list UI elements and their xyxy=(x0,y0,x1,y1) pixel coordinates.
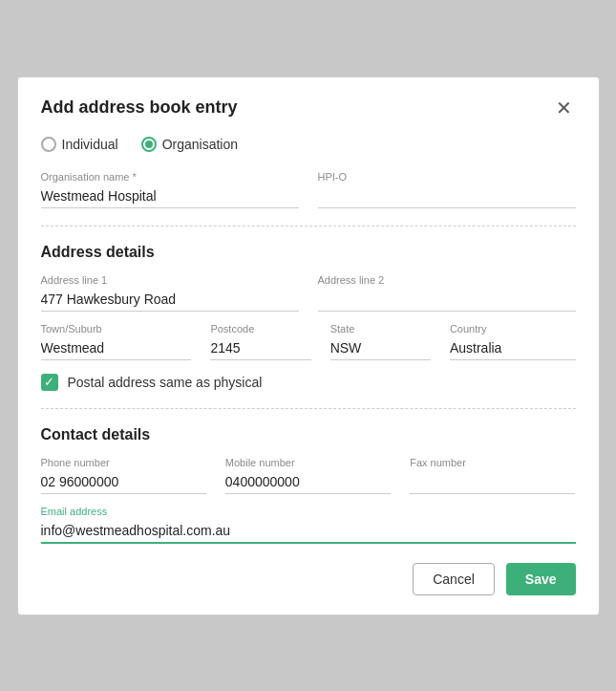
address-line2-field: Address line 2 xyxy=(318,274,576,312)
country-label: Country xyxy=(450,323,576,335)
postcode-label: Postcode xyxy=(210,323,310,335)
organisation-option[interactable]: Organisation xyxy=(141,137,238,152)
org-name-label: Organisation name * xyxy=(41,171,299,183)
dialog-title: Add address book entry xyxy=(41,97,238,118)
state-input[interactable] xyxy=(330,336,431,360)
phone-row: Phone number Mobile number Fax number xyxy=(41,457,576,494)
postcode-field: Postcode xyxy=(210,323,310,360)
country-field: Country xyxy=(450,323,576,360)
phone-label: Phone number xyxy=(41,457,206,468)
email-input[interactable] xyxy=(41,519,576,544)
individual-label: Individual xyxy=(62,137,118,152)
town-field: Town/Suburb xyxy=(41,323,192,360)
address-line-row: Address line 1 Address line 2 xyxy=(41,274,576,312)
divider-1 xyxy=(41,226,576,227)
add-address-dialog: Add address book entry ✕ Individual Orga… xyxy=(17,76,600,615)
postal-same-checkbox[interactable]: ✓ xyxy=(41,374,58,391)
email-label: Email address xyxy=(41,506,576,517)
individual-radio[interactable] xyxy=(41,137,56,152)
phone-input[interactable] xyxy=(41,470,206,494)
mobile-field: Mobile number xyxy=(225,457,391,494)
hpio-label: HPI-O xyxy=(318,171,576,183)
type-radio-group: Individual Organisation xyxy=(41,137,576,152)
dialog-footer: Cancel Save xyxy=(41,563,576,595)
organisation-radio[interactable] xyxy=(141,137,157,152)
hpio-field: HPI-O xyxy=(318,171,576,208)
email-field: Email address xyxy=(41,506,576,544)
address-line1-input[interactable] xyxy=(41,288,299,312)
location-row: Town/Suburb Postcode State Country xyxy=(41,323,576,360)
organisation-label: Organisation xyxy=(162,137,238,152)
mobile-input[interactable] xyxy=(225,470,391,494)
country-input[interactable] xyxy=(450,336,576,360)
fax-input[interactable] xyxy=(410,470,575,494)
phone-field: Phone number xyxy=(41,457,206,494)
postal-same-label: Postal address same as physical xyxy=(68,375,263,390)
address-section-title: Address details xyxy=(41,244,576,261)
address-line1-field: Address line 1 xyxy=(41,274,299,312)
address-line2-input[interactable] xyxy=(318,288,576,312)
divider-2 xyxy=(41,408,576,409)
fax-field: Fax number xyxy=(410,457,575,494)
save-button[interactable]: Save xyxy=(506,563,576,595)
cancel-button[interactable]: Cancel xyxy=(413,563,495,595)
postal-same-row: ✓ Postal address same as physical xyxy=(41,374,576,391)
org-name-input[interactable] xyxy=(41,184,299,208)
mobile-label: Mobile number xyxy=(225,457,391,468)
state-label: State xyxy=(330,323,431,335)
individual-option[interactable]: Individual xyxy=(41,137,118,152)
town-input[interactable] xyxy=(41,336,192,360)
email-row: Email address xyxy=(41,506,576,544)
checkmark-icon: ✓ xyxy=(44,376,54,388)
contact-section-title: Contact details xyxy=(41,426,576,443)
town-label: Town/Suburb xyxy=(41,323,192,335)
fax-label: Fax number xyxy=(410,457,575,468)
hpio-input[interactable] xyxy=(318,184,576,208)
dialog-header: Add address book entry ✕ xyxy=(41,97,576,119)
state-field: State xyxy=(330,323,431,360)
postcode-input[interactable] xyxy=(210,336,310,360)
org-name-field: Organisation name * xyxy=(41,171,299,208)
close-button[interactable]: ✕ xyxy=(552,97,576,119)
org-name-row: Organisation name * HPI-O xyxy=(41,171,576,208)
address-line1-label: Address line 1 xyxy=(41,274,299,286)
address-line2-label: Address line 2 xyxy=(318,274,576,286)
